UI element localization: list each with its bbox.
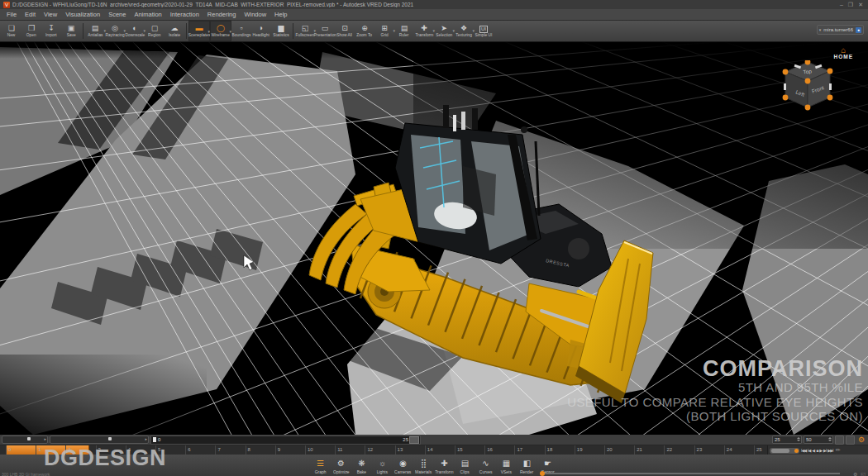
vsets-icon: ▦ — [503, 459, 510, 469]
presentation-button[interactable]: ▭Presentation — [315, 21, 335, 41]
new-button[interactable]: ❏New — [2, 21, 21, 41]
module-transform[interactable]: ✚Transform — [434, 459, 455, 474]
ruler-tick-label: 1 — [38, 447, 41, 452]
scrub-end-handle[interactable] — [409, 436, 419, 444]
wireframe-button[interactable]: ◯Wireframe▾ — [210, 21, 231, 41]
maximize-icon[interactable]: ❐ — [848, 1, 853, 8]
menu-file[interactable]: File — [2, 10, 21, 20]
menu-help[interactable]: Help — [270, 10, 291, 20]
user-account-button[interactable]: ▾ mira.turner66 ● — [817, 25, 864, 35]
fps-field[interactable]: 50 — [804, 436, 833, 444]
module-label: Materials — [415, 469, 432, 474]
frame-scrub-bar[interactable]: 0 25 — [150, 436, 421, 445]
navigation-cube[interactable]: Top Left Front — [780, 60, 835, 112]
statistics-button[interactable]: ▆Statistics — [271, 21, 291, 41]
scrub-start-handle[interactable] — [153, 437, 156, 442]
ruler-tick-label: 13 — [398, 447, 403, 452]
open-button[interactable]: ❒Open — [21, 21, 41, 41]
raytracing-button[interactable]: ◎Raytracing▾ — [105, 21, 125, 41]
ruler-tick-label: 22 — [666, 447, 672, 452]
region-button[interactable]: ▢Region — [145, 21, 165, 41]
range-end-field[interactable]: 25 — [772, 436, 802, 444]
menu-window[interactable]: Window — [240, 10, 270, 20]
minimize-icon[interactable]: – — [840, 1, 843, 8]
raytracing-icon: ◎ — [112, 24, 118, 33]
spinner-arrows-icon[interactable] — [828, 436, 832, 441]
render-viewport[interactable]: DRESSTA — [0, 42, 868, 435]
sceneplates-icon: ▬ — [196, 24, 203, 33]
isolate-button[interactable]: ☁Isolate — [165, 21, 184, 41]
navcube-home-button[interactable]: ⌂ HOME — [834, 47, 854, 60]
menu-rendering[interactable]: Rendering — [203, 10, 241, 20]
timeline-settings-gear-icon[interactable]: ⚙ — [858, 436, 865, 444]
ruler-tick-label: 9 — [278, 447, 280, 452]
skip-to-start-button[interactable]: I◀◀ — [800, 446, 807, 455]
fullscreen-icon: ◱ — [302, 24, 309, 33]
tool-label: Downscale — [125, 33, 145, 37]
tool-label: New — [7, 33, 16, 37]
ruler-tick-label: 4 — [128, 447, 131, 452]
ruler-icon: ▤ — [401, 24, 408, 33]
timeline-range-slider-a[interactable]: ▸ — [2, 436, 48, 444]
antialias-icon: ▤ — [92, 24, 99, 33]
tool-label: Texturing — [455, 33, 472, 37]
tool-label: Raytracing — [105, 33, 124, 37]
show-all-button[interactable]: ⊡Show All — [335, 21, 355, 41]
playback-speed-slider[interactable] — [770, 448, 799, 454]
antialias-button[interactable]: ▤Antialias▾ — [85, 21, 105, 41]
simple-ui-button[interactable]: UISimple UI — [474, 21, 494, 41]
menu-visualization[interactable]: Visualization — [61, 10, 104, 20]
materials-icon: ⣿ — [421, 459, 427, 469]
module-cameras[interactable]: ◉Cameras — [393, 459, 413, 474]
module-lights[interactable]: ☼Lights — [372, 459, 393, 474]
headlight-button[interactable]: ◗Headlight — [251, 21, 271, 41]
module-render[interactable]: ◧Render — [517, 459, 537, 474]
downscale-button[interactable]: ◐Downscale▾ — [125, 21, 145, 41]
timeline-option-button-2[interactable] — [846, 436, 855, 445]
sceneplates-button[interactable]: ▬Sceneplates▾ — [188, 21, 210, 41]
grid-button[interactable]: ⊞Grid▾ — [374, 21, 394, 41]
save-button[interactable]: ▣Save — [61, 21, 81, 41]
module-curves[interactable]: ∿Curves — [475, 459, 496, 474]
tool-label: Wireframe — [212, 33, 230, 37]
render-icon: ◧ — [523, 459, 531, 469]
wireframe-icon: ◯ — [217, 24, 225, 33]
module-vsets[interactable]: ▦VSets — [496, 459, 517, 474]
viewport-3d-scene[interactable]: DRESSTA — [0, 42, 868, 435]
ruler-button[interactable]: ▤Ruler — [394, 21, 414, 41]
fullscreen-button[interactable]: ◱Fullscreen▾ — [295, 21, 315, 41]
timeline-wrench-icon[interactable]: ✐ — [833, 446, 842, 455]
module-label: Clips — [460, 469, 470, 474]
tool-label: Transform — [415, 33, 433, 37]
texturing-button[interactable]: ❖Texturing▾ — [454, 21, 474, 41]
boundings-button[interactable]: ▫Boundings — [231, 21, 251, 41]
module-optimize[interactable]: ⚙Optimize — [331, 459, 351, 474]
tool-label: Selection — [436, 33, 452, 37]
menu-edit[interactable]: Edit — [21, 10, 40, 20]
zoom-to-button[interactable]: ⊕Zoom To — [355, 21, 374, 41]
menu-view[interactable]: View — [40, 10, 61, 20]
scrub-end-value: 25 — [403, 437, 408, 442]
timeline-range-slider-b[interactable]: ▸ — [50, 436, 149, 444]
scrub-start-value: 0 — [158, 437, 160, 442]
statistics-icon: ▆ — [279, 24, 284, 33]
module-graph[interactable]: ☰Graph — [310, 459, 331, 474]
close-icon[interactable]: ✕ — [858, 1, 863, 8]
clips-icon: ▤ — [461, 459, 469, 469]
module-materials[interactable]: ⣿Materials — [413, 459, 434, 474]
transform-button[interactable]: ✚Transform▾ — [414, 21, 434, 41]
timeline-option-button-1[interactable] — [835, 436, 844, 445]
module-clips[interactable]: ▤Clips — [455, 459, 475, 474]
spinner-arrows-icon[interactable] — [797, 436, 800, 441]
menu-animation[interactable]: Animation — [130, 10, 165, 20]
menu-scene[interactable]: Scene — [104, 10, 130, 20]
import-button[interactable]: ↧Import — [41, 21, 61, 41]
selection-button[interactable]: ➤Selection▾ — [434, 21, 454, 41]
module-bake[interactable]: ❋Bake — [351, 459, 372, 474]
menu-interaction[interactable]: Interaction — [166, 10, 203, 20]
video-progress-bar[interactable] — [542, 473, 840, 474]
video-fullscreen-icon[interactable]: ◱ — [861, 471, 866, 476]
home-label: HOME — [834, 54, 854, 60]
save-icon: ▣ — [68, 24, 75, 33]
video-settings-icon[interactable]: ⚙ — [853, 471, 857, 476]
